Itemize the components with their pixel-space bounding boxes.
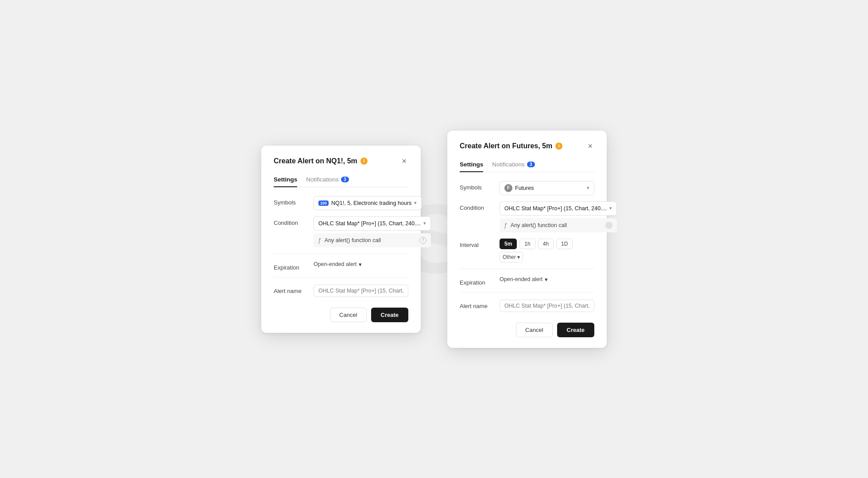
cancel-button-futures[interactable]: Cancel xyxy=(516,323,552,337)
expiration-field-futures: Open-ended alert ▾ xyxy=(500,276,594,283)
dialog-footer-futures: Cancel Create xyxy=(460,321,594,337)
func-icon-nq1: ƒ xyxy=(318,237,322,244)
condition-select-futures[interactable]: OHLC Stat Map* [Pro+] (15, Chart, 240...… xyxy=(500,201,617,216)
interval-4h[interactable]: 4h xyxy=(538,239,554,249)
notifications-badge-futures: 3 xyxy=(527,162,535,167)
divider-futures xyxy=(460,269,594,269)
tabs-futures: Settings Notifications 3 xyxy=(460,157,594,172)
alertname-row-futures: Alert name xyxy=(460,300,594,312)
create-button-nq1[interactable]: Create xyxy=(371,308,408,322)
tab-settings-futures[interactable]: Settings xyxy=(460,158,483,172)
symbols-value-futures: Futures xyxy=(515,185,534,191)
symbols-field-nq1: 100 NQ1!, 5, Electronic trading hours ▾ xyxy=(314,196,422,210)
expiration-label-futures: Expiration xyxy=(460,276,495,286)
alertname-label-nq1: Alert name xyxy=(274,285,309,294)
alertname-field-futures xyxy=(500,300,594,312)
alertname-input-nq1[interactable] xyxy=(314,285,408,297)
interval-1d[interactable]: 1D xyxy=(556,239,573,249)
dialog-header-nq1: Create Alert on NQ1!, 5m i × xyxy=(274,156,408,166)
cancel-button-nq1[interactable]: Cancel xyxy=(330,308,366,322)
condition-chevron-nq1: ▾ xyxy=(423,220,426,226)
notifications-badge-nq1: 3 xyxy=(341,177,349,182)
expiration-select-futures[interactable]: Open-ended alert ▾ xyxy=(500,276,594,283)
interval-label-futures: Interval xyxy=(460,239,495,248)
condition-chevron-futures: ▾ xyxy=(609,205,612,211)
expiration-row-futures: Expiration Open-ended alert ▾ xyxy=(460,276,594,286)
symbols-label-nq1: Symbols xyxy=(274,196,309,206)
symbols-row-futures: Symbols F Futures ▾ xyxy=(460,181,594,195)
expiration-chevron-futures: ▾ xyxy=(545,276,548,283)
alertname-row-nq1: Alert name xyxy=(274,285,408,297)
divider2-futures xyxy=(460,292,594,293)
expiration-field-nq1: Open-ended alert ▾ xyxy=(314,261,408,268)
interval-row-futures: Interval 5m 1h 4h 1D Other ▾ xyxy=(460,239,594,262)
expiration-value-nq1: Open-ended alert xyxy=(314,261,356,267)
dialog-futures: Create Alert on Futures, 5m i × Settings… xyxy=(447,131,607,348)
symbols-select-futures[interactable]: F Futures ▾ xyxy=(500,181,594,195)
expiration-select-nq1[interactable]: Open-ended alert ▾ xyxy=(314,261,408,268)
interval-1h[interactable]: 1h xyxy=(519,239,535,249)
condition-field-nq1: OHLC Stat Map* [Pro+] (15, Chart, 240...… xyxy=(314,216,431,247)
interval-other-chevron: ▾ xyxy=(517,254,520,260)
function-box-nq1: ƒ Any alert() function call ? xyxy=(314,233,431,247)
dialog-title-nq1: Create Alert on NQ1!, 5m i xyxy=(274,157,368,165)
dialog-title-futures: Create Alert on Futures, 5m i xyxy=(460,142,562,150)
function-box-futures: ƒ Any alert() function call xyxy=(500,218,617,232)
tab-notifications-nq1[interactable]: Notifications 3 xyxy=(306,173,349,187)
tab-settings-nq1[interactable]: Settings xyxy=(274,173,297,187)
condition-select-nq1[interactable]: OHLC Stat Map* [Pro+] (15, Chart, 240...… xyxy=(314,216,431,231)
symbols-chevron-futures: ▾ xyxy=(587,185,589,191)
alertname-field-nq1 xyxy=(314,285,408,297)
help-icon-nq1[interactable]: ? xyxy=(419,237,426,244)
expiration-value-futures: Open-ended alert xyxy=(500,276,542,282)
expiration-chevron-nq1: ▾ xyxy=(359,261,362,268)
expiration-row-nq1: Expiration Open-ended alert ▾ xyxy=(274,261,408,271)
dialog-footer-nq1: Cancel Create xyxy=(274,306,408,322)
condition-value-nq1: OHLC Stat Map* [Pro+] (15, Chart, 240...… xyxy=(318,220,421,227)
func-icon-futures: ƒ xyxy=(504,222,508,229)
condition-value-futures: OHLC Stat Map* [Pro+] (15, Chart, 240...… xyxy=(504,205,607,212)
interval-5m[interactable]: 5m xyxy=(500,239,517,249)
function-value-futures: Any alert() function call xyxy=(511,222,567,228)
condition-label-futures: Condition xyxy=(460,201,495,211)
dialog-title-text: Create Alert on NQ1!, 5m xyxy=(274,157,357,165)
futures-icon: F xyxy=(504,184,512,192)
alertname-input-futures[interactable] xyxy=(500,300,594,312)
symbol-badge-nq1: 100 xyxy=(318,200,329,206)
watermark-text: S xyxy=(0,0,868,478)
dialog-title-text-futures: Create Alert on Futures, 5m xyxy=(460,142,552,150)
info-icon-futures[interactable]: i xyxy=(555,143,562,150)
interval-field-futures: 5m 1h 4h 1D Other ▾ xyxy=(500,239,594,262)
symbols-row-nq1: Symbols 100 NQ1!, 5, Electronic trading … xyxy=(274,196,408,210)
expiration-label-nq1: Expiration xyxy=(274,261,309,271)
condition-row-futures: Condition OHLC Stat Map* [Pro+] (15, Cha… xyxy=(460,201,594,232)
divider2-nq1 xyxy=(274,277,408,278)
symbols-select-nq1[interactable]: 100 NQ1!, 5, Electronic trading hours ▾ xyxy=(314,196,422,210)
help-circle-futures xyxy=(605,222,612,229)
tabs-nq1: Settings Notifications 3 xyxy=(274,172,408,187)
divider-nq1 xyxy=(274,254,408,254)
symbols-label-futures: Symbols xyxy=(460,181,495,191)
tab-notifications-futures[interactable]: Notifications 3 xyxy=(492,158,535,172)
close-button-nq1[interactable]: × xyxy=(400,156,408,166)
dialog-nq1: Create Alert on NQ1!, 5m i × Settings No… xyxy=(261,146,421,333)
condition-label-nq1: Condition xyxy=(274,216,309,226)
alertname-label-futures: Alert name xyxy=(460,300,495,309)
condition-row-nq1: Condition OHLC Stat Map* [Pro+] (15, Cha… xyxy=(274,216,408,247)
function-value-nq1: Any alert() function call xyxy=(325,237,381,243)
info-icon-nq1[interactable]: i xyxy=(360,158,368,165)
interval-options-futures: 5m 1h 4h 1D Other ▾ xyxy=(500,239,594,262)
dialog-header-futures: Create Alert on Futures, 5m i × xyxy=(460,141,594,151)
interval-other[interactable]: Other ▾ xyxy=(500,252,523,262)
create-button-futures[interactable]: Create xyxy=(557,323,594,337)
close-button-futures[interactable]: × xyxy=(586,141,594,151)
symbols-chevron-nq1: ▾ xyxy=(414,200,417,206)
symbols-value-nq1: NQ1!, 5, Electronic trading hours xyxy=(331,200,411,206)
condition-field-futures: OHLC Stat Map* [Pro+] (15, Chart, 240...… xyxy=(500,201,617,232)
symbols-field-futures: F Futures ▾ xyxy=(500,181,594,195)
